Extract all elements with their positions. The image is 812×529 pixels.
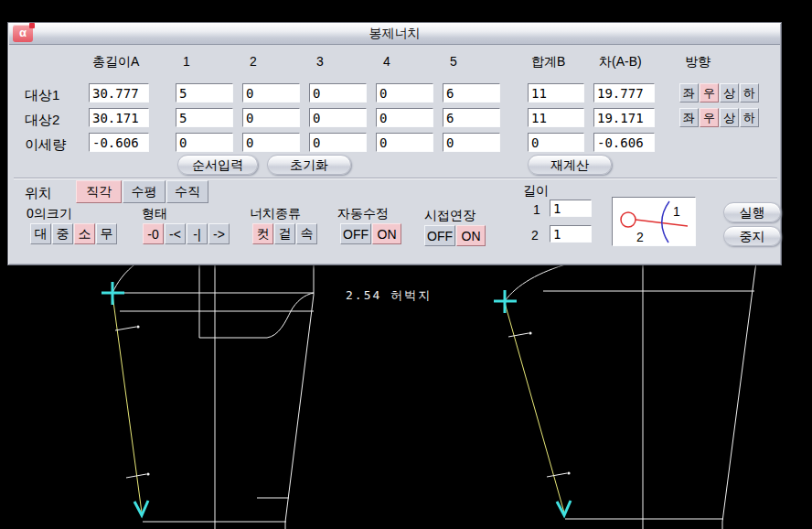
length-row2-label: 2 [531, 228, 539, 243]
target1-col1-field[interactable] [176, 83, 233, 103]
ease-sum-b-field[interactable] [528, 133, 584, 152]
left-pattern-piece [102, 262, 314, 529]
target1-sum-b-field[interactable] [528, 83, 584, 103]
position-horizontal-button[interactable]: 수평 [123, 180, 166, 203]
alpha-app-icon: α [13, 25, 33, 42]
auto-fix-on-button[interactable]: ON [372, 223, 401, 244]
ease-total-a-field[interactable] [89, 133, 149, 152]
shape-label: 형태 [142, 206, 167, 222]
target1-col4-field[interactable] [376, 83, 433, 103]
col-header-3: 3 [316, 54, 324, 69]
left-top-curve [112, 263, 137, 293]
zero-size-none-button[interactable]: 무 [96, 223, 117, 244]
target2-direction-group: 좌 우 상 하 [679, 108, 759, 127]
notch-type-label: 너치종류 [250, 206, 301, 222]
target2-dir-left-button[interactable]: 좌 [679, 108, 699, 127]
notch-type-outer-button[interactable]: 겉 [274, 223, 295, 244]
position-perpendicular-button[interactable]: 직각 [76, 180, 122, 203]
target2-dir-up-button[interactable]: 상 [720, 108, 739, 127]
ease-col1-field[interactable] [176, 133, 233, 152]
target2-diff-field[interactable] [593, 108, 655, 127]
canvas-annotation: 2.54 허벅지 [346, 287, 432, 304]
run-button[interactable]: 실행 [723, 202, 781, 222]
row-label-ease: 이세량 [25, 136, 66, 154]
separator-line [14, 178, 777, 179]
right-end-arrow-marker [557, 501, 571, 515]
ease-diff-field[interactable] [593, 133, 655, 152]
target2-col4-field[interactable] [376, 108, 433, 127]
order-input-button[interactable]: 순서입력 [177, 155, 258, 175]
shape-right-button[interactable]: -> [208, 223, 230, 244]
diagram-label-1: 1 [673, 204, 680, 219]
right-notch-tick-1 [508, 331, 532, 337]
target1-dir-left-button[interactable]: 좌 [679, 83, 699, 103]
position-label: 위치 [25, 185, 52, 202]
target1-dir-up-button[interactable]: 상 [720, 83, 739, 103]
dialog-title: 봉제너치 [9, 23, 780, 44]
seam-extend-off-button[interactable]: OFF [424, 225, 455, 246]
left-notch-tick-1 [115, 325, 140, 330]
auto-fix-off-button[interactable]: OFF [340, 223, 371, 244]
zero-size-medium-button[interactable]: 중 [52, 223, 73, 244]
notch-type-cut-button[interactable]: 컷 [252, 223, 273, 244]
col-header-direction: 방향 [685, 54, 710, 70]
col-header-total-a: 총길이A [92, 54, 139, 70]
target1-diff-field[interactable] [593, 83, 655, 103]
col-header-4: 4 [383, 54, 390, 69]
recalculate-button[interactable]: 재계산 [528, 155, 612, 175]
title-bar[interactable]: α 봉제너치 [9, 23, 780, 45]
target2-total-a-field[interactable] [89, 108, 149, 127]
zero-size-small-button[interactable]: 소 [74, 223, 95, 244]
sewing-notch-dialog: α 봉제너치 총길이A 1 2 3 4 5 합계B 차(A-B) 방향 대상1 … [7, 22, 782, 265]
shape-left-button[interactable]: -< [165, 223, 186, 244]
left-notch-tick-2 [126, 472, 150, 478]
target2-col2-field[interactable] [242, 108, 300, 127]
target1-total-a-field[interactable] [89, 83, 149, 103]
zero-size-large-button[interactable]: 대 [30, 223, 51, 244]
diagram-seam-curve [662, 201, 669, 243]
col-header-5: 5 [450, 54, 457, 69]
ease-col5-field[interactable] [443, 133, 500, 152]
target1-dir-right-button[interactable]: 우 [700, 83, 719, 103]
target2-col1-field[interactable] [176, 108, 233, 127]
right-start-cross-marker [494, 290, 517, 313]
zero-size-label: 0의크기 [27, 206, 72, 222]
target2-col3-field[interactable] [309, 108, 367, 127]
shape-bar-button[interactable]: -| [187, 223, 208, 244]
seam-extend-on-button[interactable]: ON [456, 225, 486, 246]
right-side-edge [722, 262, 756, 529]
row-label-target1: 대상1 [25, 87, 59, 104]
length-2-field[interactable] [550, 225, 592, 243]
seam-extend-label: 시접연장 [424, 208, 475, 224]
length-row1-label: 1 [533, 202, 540, 217]
shape-circle-button[interactable]: -0 [143, 223, 164, 244]
right-top-curve [505, 264, 569, 301]
col-header-2: 2 [250, 54, 257, 69]
target1-col5-field[interactable] [443, 83, 500, 103]
target2-col5-field[interactable] [443, 108, 500, 127]
notch-preview-diagram: 1 2 [612, 197, 696, 246]
row-label-target2: 대상2 [25, 112, 59, 129]
target1-col2-field[interactable] [242, 83, 300, 103]
col-header-1: 1 [183, 54, 190, 69]
col-header-diff: 차(A-B) [599, 54, 642, 70]
length-1-field[interactable] [550, 200, 592, 217]
right-pattern-piece [494, 262, 756, 529]
target1-direction-group: 좌 우 상 하 [679, 83, 759, 103]
position-vertical-button[interactable]: 수직 [166, 180, 208, 203]
reset-button[interactable]: 초기화 [267, 155, 351, 175]
ease-col2-field[interactable] [242, 133, 300, 152]
target1-col3-field[interactable] [309, 83, 367, 103]
target2-dir-right-button[interactable]: 우 [700, 108, 719, 127]
col-header-sum-b: 합계B [531, 54, 565, 70]
stop-button[interactable]: 중지 [723, 226, 781, 246]
notch-type-inner-button[interactable]: 속 [296, 223, 317, 244]
diagram-notch-circle [621, 212, 636, 227]
left-start-cross-marker [102, 282, 124, 305]
target2-sum-b-field[interactable] [528, 108, 584, 127]
target2-dir-down-button[interactable]: 하 [740, 108, 759, 127]
ease-col4-field[interactable] [376, 133, 433, 152]
auto-fix-label: 자동수정 [337, 206, 389, 222]
target1-dir-down-button[interactable]: 하 [740, 83, 759, 103]
ease-col3-field[interactable] [309, 133, 367, 152]
